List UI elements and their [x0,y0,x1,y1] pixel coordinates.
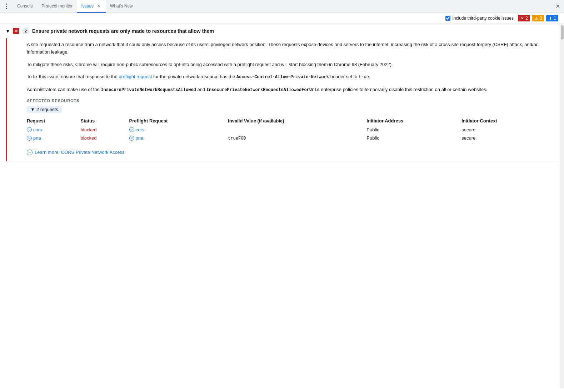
issue-description-3: To fix this issue, ensure that response … [27,73,554,81]
error-icon: ✕ [13,28,19,34]
warning-badge-count: 0 [540,16,542,21]
devtools-menu-button[interactable] [1,1,11,11]
cell-initiator-address: Public [366,126,461,134]
col-invalid-value: Invalid Value (if available) [228,117,366,126]
issues-panel: ▼ ✕ 2 Ensure private network requests ar… [0,24,560,388]
cell-preflight: ↻pna [129,134,228,142]
preflight-icon: ↻ [129,127,134,132]
issue-description-4: Administrators can make use of the Insec… [27,86,554,94]
true-code: true [359,75,369,80]
scrollbar-track[interactable] [560,24,564,388]
request-icon: ↻ [27,136,32,141]
main-content: ▼ ✕ 2 Ensure private network requests ar… [0,24,564,388]
cell-status: blocked [81,134,129,142]
cell-invalid-value [228,126,366,134]
warning-badge-icon: ⚠ [534,16,539,20]
cell-initiator-context: secure [461,134,554,142]
col-initiator-context: Initiator Context [461,117,554,126]
issue-description-2: To mitigate these risks, Chrome will req… [27,61,554,69]
cell-status: blocked [81,126,129,134]
error-badge: ✕ 2 [518,15,530,21]
preflight-request-link[interactable]: preflight request [119,74,152,79]
tab-issues-label: Issues [81,4,94,9]
cell-request: ↻pna [27,134,81,142]
preflight-icon: ↻ [129,136,134,141]
learn-more-link[interactable]: → Learn more: CORS Private Network Acces… [27,150,554,155]
preflight-link[interactable]: ↻pna [129,135,223,141]
tab-console[interactable]: Console [13,0,37,13]
requests-toggle-button[interactable]: ▼ 2 requests [27,106,62,113]
table-row: ↻corsblocked↻corsPublicsecure [27,126,554,134]
access-control-code: Access-Control-Allow-Private-Network [236,75,329,80]
tab-protocol-monitor-label: Protocol monitor [41,4,73,9]
chevron-down-icon: ▼ [30,107,35,112]
tab-whats-new[interactable]: What's New [106,0,137,13]
third-party-cookie-checkbox-container: Include third-party cookie issues [445,16,514,21]
cell-initiator-context: secure [461,126,554,134]
request-link[interactable]: ↻cors [27,127,75,132]
issue-body: A site requested a resource from a netwo… [6,38,560,161]
issue-badge-group: ✕ 2 ⚠ 0 ℹ 1 [518,15,558,21]
error-badge-count: 2 [525,16,528,21]
issue-count-badge: 2 [22,27,29,35]
error-badge-icon: ✕ [520,16,524,20]
table-header-row: Request Status Preflight Request Invalid… [27,117,554,126]
chevron-down-icon: ▼ [6,29,10,33]
three-dots-icon [6,4,7,9]
tab-protocol-monitor[interactable]: Protocol monitor [37,0,77,13]
table-row: ↻pnablocked↻pnatrueF00Publicsecure [27,134,554,142]
col-initiator-address: Initiator Address [366,117,461,126]
cell-initiator-address: Public [366,134,461,142]
cell-invalid-value: trueF00 [228,134,366,142]
status-blocked: blocked [81,127,97,132]
learn-more-icon: → [27,150,33,155]
requests-table: Request Status Preflight Request Invalid… [27,117,554,142]
issue-description-1: A site requested a resource from a netwo… [27,41,554,56]
preflight-link[interactable]: ↻cors [129,127,223,132]
tab-issues-close-icon[interactable]: ✕ [96,3,101,9]
cell-request: ↻cors [27,126,81,134]
insecure-policy-2-code: InsecurePrivateNetworkRequestsAllowedFor… [206,87,320,92]
third-party-cookie-checkbox[interactable] [445,16,450,21]
issues-header-bar: Include third-party cookie issues ✕ 2 ⚠ … [0,13,564,24]
info-badge: ℹ 1 [546,15,558,21]
learn-more-label: Learn more: CORS Private Network Access [35,150,124,155]
third-party-cookie-label: Include third-party cookie issues [453,16,514,21]
affected-resources-label: AFFECTED RESOURCES [27,99,554,103]
col-request: Request [27,117,81,126]
request-icon: ↻ [27,127,32,132]
invalid-value-code: trueF00 [228,136,246,141]
tab-issues[interactable]: Issues ✕ [77,0,106,13]
col-status: Status [81,117,129,126]
requests-toggle-label: 2 requests [36,107,58,112]
insecure-policy-1-code: InsecurePrivateNetworkRequestsAllowed [101,87,196,92]
issue-group: ▼ ✕ 2 Ensure private network requests ar… [0,24,560,161]
tab-bar: Console Protocol monitor Issues ✕ What's… [0,0,564,13]
col-preflight: Preflight Request [129,117,228,126]
tab-whats-new-label: What's New [110,4,133,9]
request-link[interactable]: ↻pna [27,135,75,141]
issue-header[interactable]: ▼ ✕ 2 Ensure private network requests ar… [0,24,560,38]
warning-badge: ⚠ 0 [532,15,544,21]
issue-title: Ensure private network requests are only… [32,28,214,34]
status-blocked: blocked [81,135,97,141]
scrollbar-thumb[interactable] [561,25,564,40]
info-badge-count: 1 [554,16,556,21]
cell-preflight: ↻cors [129,126,228,134]
tab-console-label: Console [17,4,33,9]
info-badge-icon: ℹ [548,16,553,20]
devtools-close-button[interactable]: ✕ [553,1,563,11]
